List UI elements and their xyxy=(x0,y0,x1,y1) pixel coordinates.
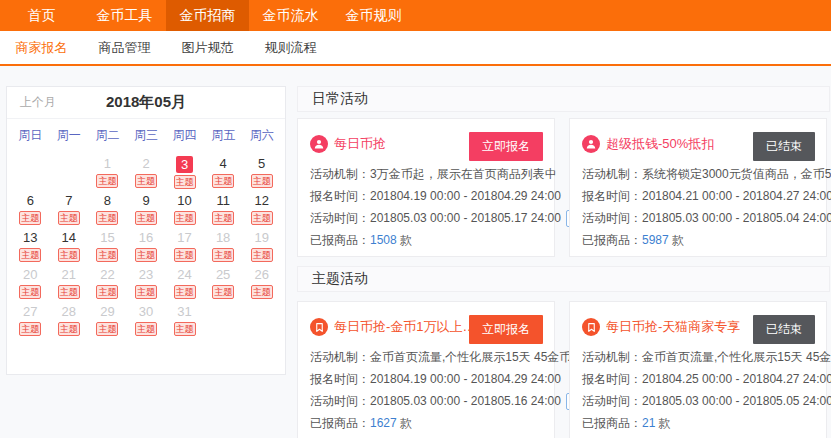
calendar-day-cell[interactable]: 6 主题 xyxy=(11,193,50,224)
theme-badge: 主题 xyxy=(135,322,157,336)
calendar-day-cell[interactable]: 26 主题 xyxy=(242,267,281,298)
calendar-day-cell[interactable]: 25 主题 xyxy=(204,267,243,298)
calendar-day-cell[interactable]: 27 主题 xyxy=(11,304,50,335)
card-action-button[interactable]: 已结束 xyxy=(753,315,815,344)
theme-badge: 主题 xyxy=(96,174,118,188)
calendar-day-cell[interactable]: 14 主题 xyxy=(50,230,89,261)
products-line: 已报商品：1627款 xyxy=(310,412,542,434)
activity-card: 超级抵钱-50%抵扣 已结束 活动机制：系统将锁定3000元货值商品，金币50%… xyxy=(569,118,827,257)
nav-tab[interactable]: 金币工具 xyxy=(83,0,166,31)
calendar-day-cell[interactable]: 12 主题 xyxy=(242,193,281,224)
theme-badge: 主题 xyxy=(135,174,157,188)
calendar-day-cell[interactable]: 2 主题 xyxy=(127,156,166,187)
day-number: 7 xyxy=(65,193,72,209)
calendar-day-cell[interactable]: 1 主题 xyxy=(88,156,127,187)
mechanism-value: 金币首页流量,个性化展示15天 45金币/点击 xyxy=(370,350,599,364)
calendar-day-cell[interactable]: 16 主题 xyxy=(127,230,166,261)
products-line: 已报商品：21款 xyxy=(582,412,814,434)
activity-card: 每日币抢 立即报名 活动机制：3万金币起，展示在首页商品列表中 报名时间：201… xyxy=(297,118,555,257)
mechanism-label: 活动机制： xyxy=(310,350,370,364)
active-value: 201805.03 00:00 - 201805.04 24:00 xyxy=(642,211,831,225)
theme-badge: 主题 xyxy=(135,285,157,299)
day-number: 20 xyxy=(23,267,37,283)
calendar-day-cell[interactable]: 24 主题 xyxy=(165,267,204,298)
calendar-day-cell[interactable]: 23 主题 xyxy=(127,267,166,298)
theme-badge: 主题 xyxy=(212,248,234,262)
calendar-day-cell[interactable]: 18 主题 xyxy=(204,230,243,261)
calendar-day-cell[interactable]: 21 主题 xyxy=(50,267,89,298)
day-number: 5 xyxy=(258,156,265,172)
bookmark-icon xyxy=(582,318,600,336)
calendar-day-cell[interactable]: 29 主题 xyxy=(88,304,127,335)
calendar-day-cell[interactable]: 20 主题 xyxy=(11,267,50,298)
theme-badge: 主题 xyxy=(212,174,234,188)
day-number: 25 xyxy=(216,267,230,283)
products-unit: 款 xyxy=(400,416,412,430)
active-value: 201805.03 00:00 - 201805.17 24:00 xyxy=(370,211,561,225)
calendar-day-cell[interactable]: 主题 xyxy=(242,304,281,335)
nav-tab[interactable]: 金币流水 xyxy=(249,0,332,31)
calendar-day-cell[interactable]: 10 主题 xyxy=(165,193,204,224)
subnav-tab[interactable]: 图片规范 xyxy=(166,31,249,64)
calendar-day-cell[interactable]: 8 主题 xyxy=(88,193,127,224)
theme-section-header: 主题活动 xyxy=(297,266,830,292)
main-nav: 首页金币工具金币招商金币流水金币规则 xyxy=(0,0,831,31)
day-number: 22 xyxy=(100,267,114,283)
signup-label: 报名时间： xyxy=(582,189,642,203)
calendar-day-cell[interactable]: 31 主题 xyxy=(165,304,204,335)
nav-tab[interactable]: 金币规则 xyxy=(332,0,415,31)
day-number: 13 xyxy=(23,230,37,246)
calendar-day-cell[interactable]: 19 主题 xyxy=(242,230,281,261)
card-header: 每日币抢-金币1万以上卖家... 立即报名 xyxy=(310,314,542,340)
products-line: 已报商品：5987款 xyxy=(582,229,814,251)
sub-nav: 商家报名商品管理图片规范规则流程 xyxy=(0,31,831,66)
day-number: 1 xyxy=(104,156,111,172)
theme-badge: 主题 xyxy=(251,211,273,225)
product-count-link[interactable]: 1627 xyxy=(370,416,397,430)
theme-badge: 主题 xyxy=(135,211,157,225)
subnav-tab[interactable]: 商品管理 xyxy=(83,31,166,64)
calendar-day-cell[interactable]: 4 主题 xyxy=(204,156,243,187)
active-time-line: 活动时间：201805.03 00:00 - 201805.17 24:00共1… xyxy=(310,207,542,229)
calendar-day-cell[interactable]: 11 主题 xyxy=(204,193,243,224)
calendar-day-cell[interactable]: 主题 xyxy=(204,304,243,335)
active-time-line: 活动时间：201805.03 00:00 - 201805.04 24:00共2… xyxy=(582,207,814,229)
day-number: 19 xyxy=(254,230,268,246)
nav-tab[interactable]: 首页 xyxy=(0,0,83,31)
theme-badge: 主题 xyxy=(251,248,273,262)
card-title: 每日币抢-金币1万以上卖家... xyxy=(334,318,479,336)
card-action-button[interactable]: 已结束 xyxy=(753,132,815,161)
calendar-day-cell[interactable]: 28 主题 xyxy=(50,304,89,335)
theme-badge: 主题 xyxy=(96,211,118,225)
card-action-button[interactable]: 立即报名 xyxy=(469,132,543,161)
signup-time-line: 报名时间：201804.21 00:00 - 201804.27 24:00 xyxy=(582,185,814,207)
nav-tab[interactable]: 金币招商 xyxy=(166,0,249,31)
product-count-link[interactable]: 1508 xyxy=(370,233,397,247)
card-action-button[interactable]: 立即报名 xyxy=(469,315,543,344)
calendar-day-cell[interactable]: 7 主题 xyxy=(50,193,89,224)
signup-value: 201804.21 00:00 - 201804.27 24:00 xyxy=(642,189,831,203)
calendar-title: 2018年05月 xyxy=(106,93,186,112)
calendar-day-cell[interactable]: 22 主题 xyxy=(88,267,127,298)
day-number: 27 xyxy=(23,304,37,320)
subnav-tab[interactable]: 规则流程 xyxy=(249,31,332,64)
subnav-tab[interactable]: 商家报名 xyxy=(0,31,83,64)
calendar-day-cell[interactable]: 30 主题 xyxy=(127,304,166,335)
bookmark-icon xyxy=(310,318,328,336)
calendar-day-cell[interactable]: 13 主题 xyxy=(11,230,50,261)
calendar-day-cell[interactable]: 5 主题 xyxy=(242,156,281,187)
day-number: 30 xyxy=(139,304,153,320)
calendar-day-cell[interactable]: 17 主题 xyxy=(165,230,204,261)
calendar-day-cell[interactable]: 3 主题 xyxy=(165,156,204,187)
weekday-label: 周三 xyxy=(127,127,166,144)
day-number: 16 xyxy=(139,230,153,246)
calendar-day-cell[interactable]: 主题 xyxy=(50,156,89,187)
calendar-day-cell[interactable]: 主题 xyxy=(11,156,50,187)
product-count-link[interactable]: 21 xyxy=(642,416,655,430)
prev-month-link[interactable]: 上个月 xyxy=(20,94,56,111)
calendar-day-cell[interactable]: 15 主题 xyxy=(88,230,127,261)
product-count-link[interactable]: 5987 xyxy=(642,233,669,247)
calendar-day-cell[interactable]: 9 主题 xyxy=(127,193,166,224)
theme-badge: 主题 xyxy=(19,248,41,262)
card-header: 每日币抢-天猫商家专享 已结束 xyxy=(582,314,814,340)
